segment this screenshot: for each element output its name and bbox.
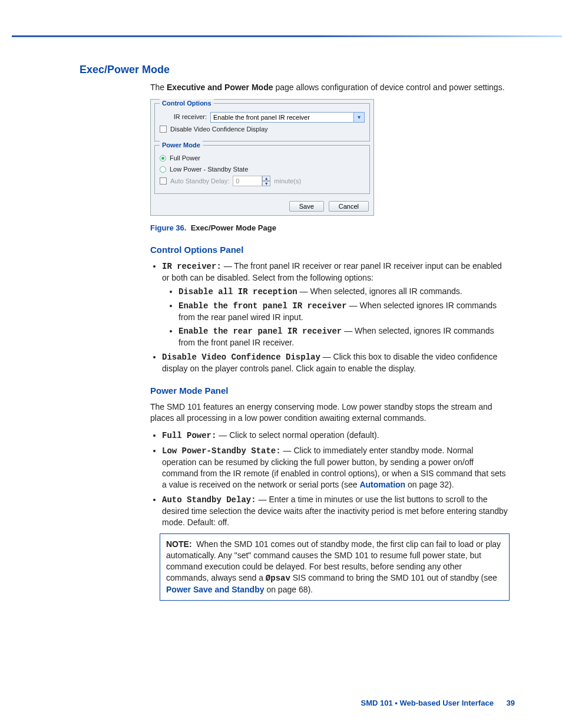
power-mode-panel-heading: Power Mode Panel [150,385,510,397]
disable-vcd-checkbox[interactable] [160,126,167,133]
top-accent-bar [12,35,562,37]
control-options-group: Control Options IR receiver: ▾ Disable V… [154,103,370,141]
save-button[interactable]: Save [289,201,324,212]
low-power-desc-b: on page 32). [405,480,454,489]
opt1-term: Disable all IR reception [178,287,297,297]
power-mode-group: Power Mode Full Power Low Power - Standb… [154,145,370,195]
intro-bold: Executive and Power Mode [167,83,273,92]
figure-number: Figure 36. [150,223,186,232]
ir-receiver-select[interactable]: ▾ [210,112,365,123]
figure-caption: Figure 36. Exec/Power Mode Page [150,223,510,233]
dvcd-term: Disable Video Confidence Display [162,353,320,362]
low-power-radio[interactable] [160,166,166,173]
list-item: Disable Video Confidence Display — Click… [162,351,510,374]
figure-title: Exec/Power Mode Page [191,223,276,232]
full-power-radio[interactable] [160,155,166,162]
spinner-down-icon[interactable]: ▼ [262,181,270,186]
full-power-term: Full Power: [162,431,216,440]
auto-standby-label: Auto Standby Delay: [170,177,229,186]
list-item: Low Power-Standby State: — Click to imme… [162,445,510,490]
control-options-panel-heading: Control Options Panel [150,244,510,256]
low-power-label: Low Power - Standby State [170,165,248,174]
control-options-list: IR receiver: — The front panel IR receiv… [150,261,510,374]
power-mode-legend: Power Mode [160,141,203,150]
spinner-up-icon[interactable]: ▲ [262,176,270,181]
power-save-link[interactable]: Power Save and Standby [166,585,265,594]
config-screenshot: Control Options IR receiver: ▾ Disable V… [150,99,374,216]
list-item: Auto Standby Delay: — Enter a time in mi… [162,494,510,528]
full-power-label: Full Power [170,154,200,163]
full-power-desc: — Click to select normal operation (defa… [216,430,379,440]
note-label: NOTE: [166,539,192,549]
disable-vcd-label: Disable Video Confidence Display [170,125,268,134]
opt2-term: Enable the front panel IR receiver [178,301,347,311]
cancel-button[interactable]: Cancel [329,201,369,212]
intro-post: page allows configuration of device cont… [273,83,505,92]
intro-pre: The [150,83,167,92]
opt1-desc: — When selected, ignores all IR commands… [297,286,462,296]
list-item: Enable the front panel IR receiver — Whe… [178,300,510,323]
page-footer: SMD 101 • Web-based User Interface 39 [361,699,515,707]
low-power-term: Low Power-Standby State: [162,446,281,456]
list-item: Disable all IR reception — When selected… [178,286,510,298]
ir-receiver-term: IR receiver: [162,262,222,271]
intro-paragraph: The Executive and Power Mode page allows… [150,82,510,93]
chevron-down-icon[interactable]: ▾ [354,112,365,123]
note-command: Øpsav [266,574,290,583]
automation-link[interactable]: Automation [359,480,405,489]
list-item: Full Power: — Click to select normal ope… [162,430,510,442]
auto-standby-term: Auto Standby Delay: [162,495,256,505]
power-mode-intro: The SMD 101 features an energy conservin… [150,401,510,424]
note-text-c: on page 68). [265,585,313,594]
note-text-b: SIS command to bring the SMD 101 out of … [290,573,497,582]
page-section-heading: Exec/Power Mode [80,64,510,76]
ir-receiver-value[interactable] [210,112,354,123]
note-box: NOTE: When the SMD 101 comes out of stan… [160,533,510,600]
auto-standby-spinner[interactable]: ▲ ▼ [233,176,270,186]
auto-standby-value[interactable] [233,176,262,186]
footer-page-number: 39 [507,699,515,707]
ir-receiver-label: IR receiver: [160,113,207,121]
auto-standby-checkbox[interactable] [160,177,167,185]
list-item: IR receiver: — The front panel IR receiv… [162,261,510,348]
footer-title: SMD 101 • Web-based User Interface [361,699,494,707]
minutes-label: minute(s) [274,177,301,186]
control-options-legend: Control Options [160,99,214,108]
opt3-term: Enable the rear panel IR receiver [178,327,342,336]
power-mode-list: Full Power: — Click to select normal ope… [150,430,510,528]
list-item: Enable the rear panel IR receiver — When… [178,325,510,348]
